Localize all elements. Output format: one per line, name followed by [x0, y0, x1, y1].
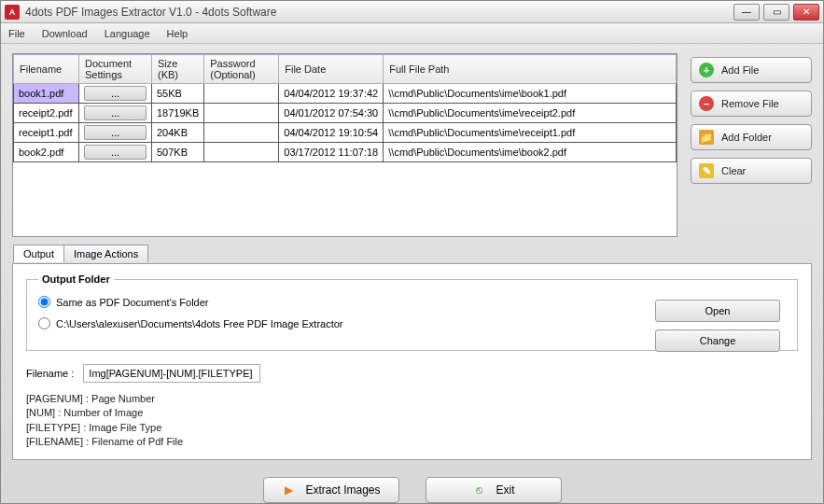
- app-window: A 4dots PDF Images Extractor V1.0 - 4dot…: [0, 0, 824, 504]
- cell-date: 04/04/2012 19:37:42: [279, 84, 384, 104]
- table-row[interactable]: receipt1.pdf...204KB04/04/2012 19:10:54\…: [14, 123, 677, 143]
- cell-path: \\cmd\Public\Documents\ime\receipt2.pdf: [384, 104, 677, 123]
- col-docsettings[interactable]: Document Settings: [79, 55, 152, 84]
- table-header-row: Filename Document Settings Size (KB) Pas…: [14, 55, 677, 84]
- col-size[interactable]: Size (KB): [152, 55, 204, 84]
- extract-icon: ▶: [281, 483, 296, 497]
- titlebar: A 4dots PDF Images Extractor V1.0 - 4dot…: [1, 1, 823, 23]
- cell-size: 204KB: [152, 123, 204, 143]
- radio-custom-folder-label: C:\Users\alexuser\Documents\4dots Free P…: [56, 318, 343, 329]
- col-password[interactable]: Password (Optional): [204, 55, 279, 84]
- cell-filename: receipt2.pdf: [14, 104, 79, 123]
- file-table: Filename Document Settings Size (KB) Pas…: [12, 53, 677, 237]
- filename-label: Filename :: [26, 368, 74, 379]
- table-row[interactable]: book2.pdf...507KB03/17/2012 11:07:18\\cm…: [14, 143, 677, 162]
- tab-labels: Output Image Actions: [13, 245, 147, 262]
- exit-button[interactable]: ⎋ Exit: [426, 477, 562, 503]
- output-folder-buttons: Open Change: [655, 300, 780, 352]
- cell-password[interactable]: [204, 104, 279, 123]
- cell-settings: ...: [79, 143, 152, 162]
- minimize-button[interactable]: —: [733, 4, 760, 21]
- radio-same-folder[interactable]: [38, 296, 50, 308]
- menu-help[interactable]: Help: [167, 28, 189, 39]
- filename-input[interactable]: [83, 364, 260, 383]
- radio-custom-folder[interactable]: [38, 317, 50, 329]
- settings-button[interactable]: ...: [84, 86, 147, 101]
- folder-icon: 📁: [699, 130, 714, 145]
- app-icon: A: [5, 5, 20, 20]
- cell-filename: book1.pdf: [14, 84, 79, 104]
- add-folder-button[interactable]: 📁 Add Folder: [691, 124, 812, 150]
- cell-date: 03/17/2012 11:07:18: [279, 143, 384, 162]
- menu-file[interactable]: File: [8, 28, 25, 39]
- exit-label: Exit: [496, 483, 514, 497]
- settings-button[interactable]: ...: [84, 145, 147, 160]
- content-area: Filename Document Settings Size (KB) Pas…: [1, 44, 823, 503]
- tabs-area: Output Image Actions Output Folder Same …: [12, 263, 812, 460]
- tab-image-actions[interactable]: Image Actions: [63, 245, 148, 262]
- minus-icon: –: [699, 96, 714, 111]
- top-area: Filename Document Settings Size (KB) Pas…: [12, 53, 812, 237]
- bottom-bar: ▶ Extract Images ⎋ Exit: [12, 471, 812, 504]
- radio-same-folder-label: Same as PDF Document's Folder: [56, 297, 209, 308]
- cell-path: \\cmd\Public\Documents\ime\book1.pdf: [384, 84, 677, 104]
- cell-size: 18719KB: [152, 104, 204, 123]
- filename-row: Filename :: [26, 364, 798, 383]
- clear-label: Clear: [721, 165, 746, 176]
- settings-button[interactable]: ...: [84, 125, 147, 140]
- clear-button[interactable]: ✎ Clear: [691, 158, 812, 184]
- remove-file-label: Remove File: [721, 98, 779, 109]
- menu-download[interactable]: Download: [42, 28, 88, 39]
- open-button[interactable]: Open: [655, 300, 780, 322]
- output-tab-content: Output Folder Same as PDF Document's Fol…: [13, 264, 811, 459]
- table-row[interactable]: receipt2.pdf...18719KB04/01/2012 07:54:3…: [14, 104, 677, 123]
- filename-hints: [PAGENUM] : Page Number[NUM] : Number of…: [26, 392, 798, 450]
- cell-filename: book2.pdf: [14, 143, 79, 162]
- add-folder-label: Add Folder: [721, 132, 772, 143]
- remove-file-button[interactable]: – Remove File: [691, 91, 812, 117]
- window-buttons: — ▭ ✕: [733, 4, 819, 21]
- cell-date: 04/04/2012 19:10:54: [279, 123, 384, 143]
- col-fullpath[interactable]: Full File Path: [384, 55, 677, 84]
- cell-path: \\cmd\Public\Documents\ime\book2.pdf: [384, 143, 677, 162]
- cell-size: 507KB: [152, 143, 204, 162]
- close-button[interactable]: ✕: [793, 4, 819, 21]
- window-title: 4dots PDF Images Extractor V1.0 - 4dots …: [25, 6, 733, 19]
- cell-settings: ...: [79, 123, 152, 143]
- add-file-label: Add File: [721, 64, 759, 76]
- col-filename[interactable]: Filename: [14, 55, 79, 84]
- cell-password[interactable]: [204, 84, 279, 104]
- cell-settings: ...: [79, 104, 152, 123]
- settings-button[interactable]: ...: [84, 105, 147, 120]
- extract-images-label: Extract Images: [305, 483, 380, 497]
- plus-icon: +: [699, 63, 714, 77]
- output-folder-legend: Output Folder: [38, 273, 114, 285]
- table-row[interactable]: book1.pdf...55KB04/04/2012 19:37:42\\cmd…: [14, 84, 677, 104]
- change-button[interactable]: Change: [655, 329, 780, 352]
- maximize-button[interactable]: ▭: [763, 4, 789, 21]
- extract-images-button[interactable]: ▶ Extract Images: [263, 477, 399, 503]
- output-folder-fieldset: Output Folder Same as PDF Document's Fol…: [26, 273, 798, 351]
- cell-password[interactable]: [204, 143, 279, 162]
- cell-size: 55KB: [152, 84, 204, 104]
- cell-path: \\cmd\Public\Documents\ime\receipt1.pdf: [384, 123, 677, 143]
- cell-date: 04/01/2012 07:54:30: [279, 104, 384, 123]
- tab-output[interactable]: Output: [13, 245, 64, 262]
- sidebar: + Add File – Remove File 📁 Add Folder ✎ …: [691, 53, 812, 237]
- add-file-button[interactable]: + Add File: [691, 57, 812, 83]
- broom-icon: ✎: [699, 163, 714, 178]
- col-filedate[interactable]: File Date: [279, 55, 384, 84]
- cell-settings: ...: [79, 84, 152, 104]
- cell-password[interactable]: [204, 123, 279, 143]
- cell-filename: receipt1.pdf: [14, 123, 79, 143]
- exit-icon: ⎋: [471, 483, 486, 497]
- menu-language[interactable]: Language: [105, 28, 150, 39]
- menubar: File Download Language Help: [1, 23, 823, 44]
